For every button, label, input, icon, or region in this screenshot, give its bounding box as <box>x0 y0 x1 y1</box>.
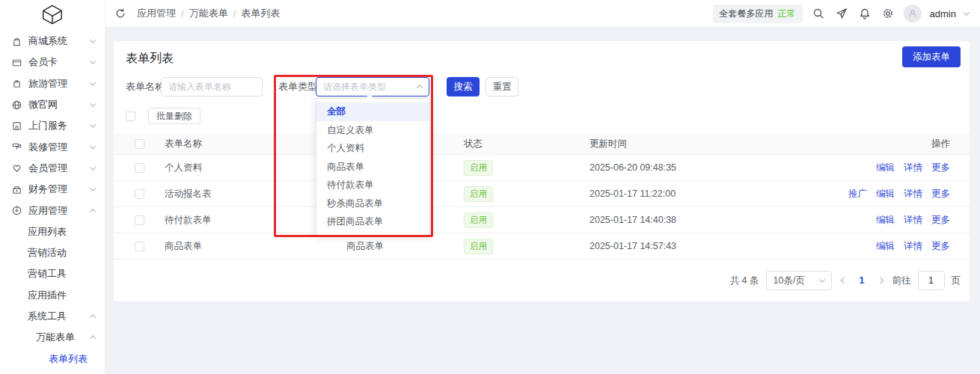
header-status: 状态 <box>464 138 589 150</box>
reset-button[interactable]: 重置 <box>486 77 518 96</box>
sidebar-item-label: 应用列表 <box>28 225 67 239</box>
prev-page-button[interactable] <box>839 278 849 283</box>
bell-icon[interactable] <box>857 6 872 21</box>
cell-updated: 2025-06-20 09:48:35 <box>589 162 815 173</box>
username[interactable]: admin <box>930 8 956 19</box>
search-button[interactable]: 搜索 <box>447 77 480 96</box>
edit-link[interactable]: 编辑 <box>876 240 895 253</box>
detail-link[interactable]: 详情 <box>904 240 922 253</box>
sidebar-item-micro-site[interactable]: 微官网 <box>0 94 105 115</box>
dropdown-option-product-form[interactable]: 商品表单 <box>316 158 429 177</box>
dropdown-option-all[interactable]: 全部 <box>316 102 429 121</box>
cell-updated: 2025-01-17 14:57:43 <box>589 241 815 251</box>
row-checkbox[interactable] <box>135 242 144 251</box>
sidebar-item-label: 微官网 <box>28 98 58 111</box>
refresh-icon[interactable] <box>115 8 126 19</box>
sidebar-item-label: 系统工具 <box>28 310 67 323</box>
row-checkbox[interactable] <box>135 163 144 173</box>
table-header-row: 表单名称 状态 更新时间 操作 <box>114 133 970 155</box>
sidebar-item-label: 装修管理 <box>28 141 67 154</box>
sidebar-item-form-list[interactable]: 表单列表 <box>0 348 105 369</box>
sidebar-item-label: 会员管理 <box>28 162 67 175</box>
cell-form-type: 商品表单 <box>346 240 464 253</box>
detail-link[interactable]: 详情 <box>904 188 922 200</box>
member-card-icon <box>11 57 22 68</box>
detail-link[interactable]: 详情 <box>904 162 922 174</box>
next-page-button[interactable] <box>875 278 886 283</box>
form-list-card: 表单列表 添加表单 表单名称 表单类型 请选择表单类型 搜索 重置 批量删除 表… <box>114 41 970 301</box>
table-row: 待付款表单 启用 2025-01-17 14:40:38 编辑 详情 更多 <box>114 207 970 233</box>
batch-delete-button[interactable]: 批量删除 <box>148 108 200 124</box>
sidebar-item-app-manage[interactable]: 应用管理 <box>0 200 105 221</box>
topbar: 应用管理 / 万能表单 / 表单列表 全套餐多应用 正常 <box>105 0 980 28</box>
heart-icon <box>11 162 22 174</box>
chevron-down-icon <box>90 100 96 106</box>
more-link[interactable]: 更多 <box>931 240 950 253</box>
logo[interactable] <box>0 0 105 31</box>
chevron-down-icon <box>90 164 96 170</box>
sidebar-item-system-tools[interactable]: 系统工具 <box>0 306 105 327</box>
batch-row: 批量删除 <box>126 108 200 124</box>
dropdown-option-custom-form[interactable]: 自定义表单 <box>316 121 429 140</box>
goto-page-input[interactable] <box>918 271 945 290</box>
form-type-placeholder: 请选择表单类型 <box>323 81 386 94</box>
plan-badge[interactable]: 全套餐多应用 正常 <box>713 4 803 23</box>
sidebar-item-shop-system[interactable]: 商城系统 <box>0 31 105 52</box>
breadcrumb-item[interactable]: 万能表单 <box>189 7 228 20</box>
page-size-select[interactable]: 10条/页 <box>766 271 832 290</box>
sidebar-item-label: 应用管理 <box>28 204 67 218</box>
cell-updated: 2025-01-17 14:40:38 <box>589 215 815 225</box>
promote-link[interactable]: 推广 <box>848 188 867 200</box>
dropdown-option-pending-payment-form[interactable]: 待付款表单 <box>316 176 429 194</box>
sidebar-item-label: 会员卡 <box>28 55 58 69</box>
more-link[interactable]: 更多 <box>931 162 950 174</box>
chevron-up-icon <box>90 335 96 341</box>
sidebar-item-app-plugin[interactable]: 应用插件 <box>0 285 105 306</box>
pagination: 共 4 条 10条/页 1 前往 页 <box>730 271 961 290</box>
form-type-select[interactable]: 请选择表单类型 <box>316 77 429 96</box>
chevron-down-icon <box>818 276 824 282</box>
sidebar-item-universal-form[interactable]: 万能表单 <box>0 327 105 348</box>
current-page[interactable]: 1 <box>856 275 869 286</box>
detail-link[interactable]: 详情 <box>904 214 922 227</box>
form-type-dropdown: 全部 自定义表单 个人资料 商品表单 待付款表单 秒杀商品表单 拼团商品表单 <box>316 98 430 236</box>
edit-link[interactable]: 编辑 <box>876 188 895 200</box>
sidebar-item-travel[interactable]: 旅游管理 <box>0 73 105 94</box>
dropdown-option-group-buy-form[interactable]: 拼团商品表单 <box>316 212 429 231</box>
more-link[interactable]: 更多 <box>931 188 950 200</box>
sidebar-item-member-card[interactable]: 会员卡 <box>0 52 105 73</box>
sidebar-item-member-manage[interactable]: 会员管理 <box>0 158 105 179</box>
topbar-right: 全套餐多应用 正常 admin <box>713 4 969 23</box>
header-checkbox[interactable] <box>135 139 144 149</box>
sidebar-item-label: 上门服务 <box>28 119 67 132</box>
sidebar-item-door-service[interactable]: 上门服务 <box>0 115 105 136</box>
breadcrumb-separator: / <box>181 8 184 19</box>
finance-icon <box>11 184 22 195</box>
add-form-button[interactable]: 添加表单 <box>902 46 961 67</box>
chevron-down-icon[interactable] <box>964 9 970 15</box>
sidebar-item-marketing-activity[interactable]: 营销活动 <box>0 242 105 263</box>
dropdown-option-profile[interactable]: 个人资料 <box>316 139 429 158</box>
sidebar-item-decorate[interactable]: 装修管理 <box>0 136 105 157</box>
form-name-input[interactable] <box>161 77 263 96</box>
search-icon[interactable] <box>811 6 826 21</box>
chevron-down-icon <box>90 186 96 191</box>
sidebar-item-label: 万能表单 <box>36 331 75 344</box>
sidebar-item-app-list[interactable]: 应用列表 <box>0 221 105 242</box>
gear-icon[interactable] <box>881 6 895 21</box>
row-checkbox[interactable] <box>135 215 144 225</box>
select-all-checkbox[interactable] <box>126 111 135 121</box>
edit-link[interactable]: 编辑 <box>876 214 895 227</box>
send-icon[interactable] <box>834 6 849 21</box>
more-link[interactable]: 更多 <box>931 214 950 227</box>
sidebar-item-marketing-tools[interactable]: 营销工具 <box>0 263 105 284</box>
goto-label: 前往 <box>892 275 911 287</box>
form-table: 表单名称 状态 更新时间 操作 个人资料 启用 2025-06-20 09:48… <box>114 133 970 260</box>
breadcrumb-item[interactable]: 应用管理 <box>137 7 176 20</box>
avatar[interactable] <box>904 4 922 22</box>
breadcrumb-item[interactable]: 表单列表 <box>241 7 280 20</box>
sidebar-item-finance[interactable]: 财务管理 <box>0 179 105 200</box>
row-checkbox[interactable] <box>135 189 144 199</box>
dropdown-option-flash-sale-form[interactable]: 秒杀商品表单 <box>316 194 429 213</box>
edit-link[interactable]: 编辑 <box>876 162 895 174</box>
